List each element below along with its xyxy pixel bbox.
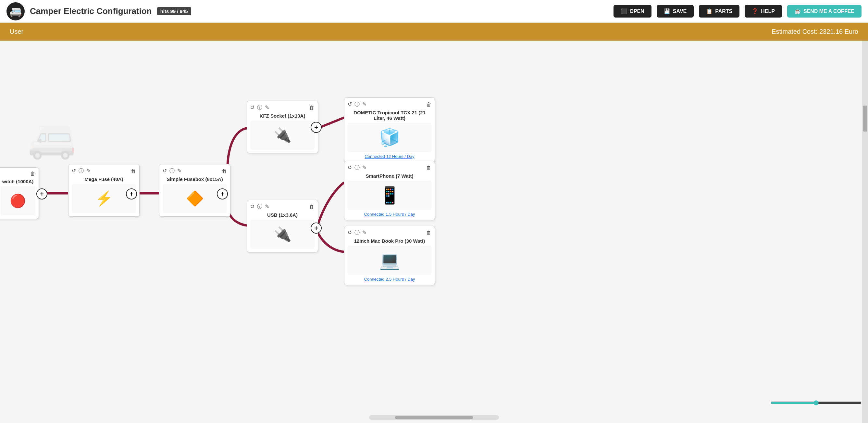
edit-icon-fuse[interactable]: ✎ [86, 168, 91, 174]
dometic-header: ↺ ⓘ ✎ 🗑 [348, 101, 431, 108]
edit-icon-usb[interactable]: ✎ [265, 203, 269, 210]
delete-icon-kfz[interactable]: 🗑 [309, 105, 314, 111]
plus-btn-kfz[interactable]: + [311, 122, 322, 133]
van-icon: 🚐 [9, 5, 22, 18]
hours-slider[interactable] [771, 400, 862, 405]
delete-icon-phone[interactable]: 🗑 [426, 165, 431, 171]
edit-icon-dometic[interactable]: ✎ [362, 101, 367, 108]
info-icon-usb[interactable]: ⓘ [257, 203, 262, 210]
hits-badge: hits 99 / 945 [157, 7, 191, 15]
delete-icon-mac[interactable]: 🗑 [426, 230, 431, 236]
diagram-canvas: 🚐 🗑 witch (1000A) 🔴 + ↺ [0, 40, 868, 423]
macbook-link[interactable]: Connected 2.5 Hours / Day [348, 277, 431, 282]
delete-icon-dometic[interactable]: 🗑 [426, 102, 431, 108]
smartphone-card: ↺ ⓘ ✎ 🗑 SmartPhone (7 Watt) 📱 Connected … [344, 161, 435, 220]
refresh-icon-mac[interactable]: ↺ [348, 229, 352, 236]
parts-icon: 📋 [706, 8, 713, 14]
fusebox-image: 🔶 [163, 184, 227, 213]
delete-icon-fuse[interactable]: 🗑 [131, 168, 136, 174]
open-icon: ⬛ [621, 8, 627, 14]
kfz-socket-card: ↺ ⓘ ✎ 🗑 KFZ Socket (1x10A) 🔌 [247, 101, 318, 153]
plus-btn-fusebox[interactable]: + [217, 189, 228, 199]
macbook-image: 💻 [348, 246, 431, 275]
horizontal-scrollbar[interactable] [369, 415, 499, 420]
help-button[interactable]: ❓ HELP [745, 5, 782, 18]
subheader: User Estimated Cost: 2321.16 Euro [0, 23, 868, 40]
fusebox-header: ↺ ⓘ ✎ 🗑 [163, 168, 227, 174]
open-button[interactable]: ⬛ OPEN [614, 5, 651, 18]
plus-btn-fuse[interactable]: + [126, 189, 137, 199]
refresh-icon-kfz[interactable]: ↺ [250, 104, 254, 111]
coffee-button[interactable]: ☕ SEND ME A COFFEE [787, 5, 862, 18]
switch-image: 🔴 [0, 186, 35, 216]
edit-icon-phone[interactable]: ✎ [362, 164, 367, 171]
info-icon-phone[interactable]: ⓘ [354, 164, 360, 171]
save-button[interactable]: 💾 SAVE [657, 5, 694, 18]
dometic-title: DOMETIC Tropicool TCX 21 (21 Liter, 46 W… [348, 110, 431, 121]
info-icon-dometic[interactable]: ⓘ [354, 101, 360, 108]
info-icon-fusebox[interactable]: ⓘ [169, 168, 175, 174]
refresh-icon-fusebox[interactable]: ↺ [163, 168, 167, 174]
app-logo: 🚐 [6, 2, 25, 21]
save-icon: 💾 [664, 8, 670, 14]
delete-icon-usb[interactable]: 🗑 [309, 204, 314, 210]
dometic-link[interactable]: Connected 12 Hours / Day [348, 154, 431, 159]
plus-btn-switch[interactable]: + [36, 189, 48, 199]
plus-btn-usb[interactable]: + [311, 223, 322, 233]
delete-icon-fusebox[interactable]: 🗑 [222, 168, 227, 174]
user-label: User [10, 28, 23, 35]
switch-card: 🗑 witch (1000A) 🔴 [0, 167, 39, 219]
app-title: Camper Electric Configuration [30, 6, 152, 16]
macbook-header: ↺ ⓘ ✎ 🗑 [348, 229, 431, 236]
scrollbar-thumb-v[interactable] [863, 106, 867, 132]
info-icon-kfz[interactable]: ⓘ [257, 104, 262, 111]
edit-icon-fusebox[interactable]: ✎ [177, 168, 182, 174]
switch-card-header: 🗑 [0, 171, 35, 177]
usb-image: 🔌 [250, 220, 314, 249]
info-icon-mac[interactable]: ⓘ [354, 229, 360, 236]
help-icon: ❓ [752, 8, 758, 14]
delete-icon-switch[interactable]: 🗑 [30, 171, 35, 177]
kfz-title: KFZ Socket (1x10A) [250, 113, 314, 119]
refresh-icon-dometic[interactable]: ↺ [348, 101, 352, 108]
scrollbar-thumb-h[interactable] [395, 416, 473, 419]
edit-icon-kfz[interactable]: ✎ [265, 104, 269, 111]
estimated-cost: Estimated Cost: 2321.16 Euro [772, 28, 858, 35]
dometic-card: ↺ ⓘ ✎ 🗑 DOMETIC Tropicool TCX 21 (21 Lit… [344, 97, 435, 163]
kfz-header: ↺ ⓘ ✎ 🗑 [250, 104, 314, 111]
smartphone-link[interactable]: Connected 1.5 Hours / Day [348, 212, 431, 217]
usb-header: ↺ ⓘ ✎ 🗑 [250, 203, 314, 210]
refresh-icon-fuse[interactable]: ↺ [72, 168, 76, 174]
smartphone-title: SmartPhone (7 Watt) [348, 173, 431, 179]
app-header: 🚐 Camper Electric Configuration hits 99 … [0, 0, 868, 23]
macbook-title: 12inch Mac Book Pro (30 Watt) [348, 238, 431, 244]
kfz-image: 🔌 [250, 120, 314, 150]
dometic-image: 🧊 [348, 123, 431, 152]
smartphone-header: ↺ ⓘ ✎ 🗑 [348, 164, 431, 171]
edit-icon-mac[interactable]: ✎ [362, 229, 367, 236]
mega-fuse-image: ⚡ [72, 184, 136, 213]
macbook-card: ↺ ⓘ ✎ 🗑 12inch Mac Book Pro (30 Watt) 💻 … [344, 226, 435, 285]
parts-button[interactable]: 📋 PARTS [699, 5, 740, 18]
coffee-icon: ☕ [794, 8, 801, 14]
mega-fuse-title: Mega Fuse (40A) [72, 176, 136, 182]
vertical-scrollbar[interactable] [862, 40, 868, 423]
info-icon-fuse[interactable]: ⓘ [79, 168, 84, 174]
refresh-icon-phone[interactable]: ↺ [348, 164, 352, 171]
slider-container [771, 400, 862, 407]
refresh-icon-usb[interactable]: ↺ [250, 203, 254, 210]
smartphone-image: 📱 [348, 181, 431, 210]
usb-title: USB (1x3.6A) [250, 212, 314, 218]
mega-fuse-header: ↺ ⓘ ✎ 🗑 [72, 168, 136, 174]
usb-card: ↺ ⓘ ✎ 🗑 USB (1x3.6A) 🔌 [247, 200, 318, 252]
fusebox-title: Simple Fusebox (8x15A) [163, 176, 227, 182]
switch-title: witch (1000A) [0, 179, 35, 184]
